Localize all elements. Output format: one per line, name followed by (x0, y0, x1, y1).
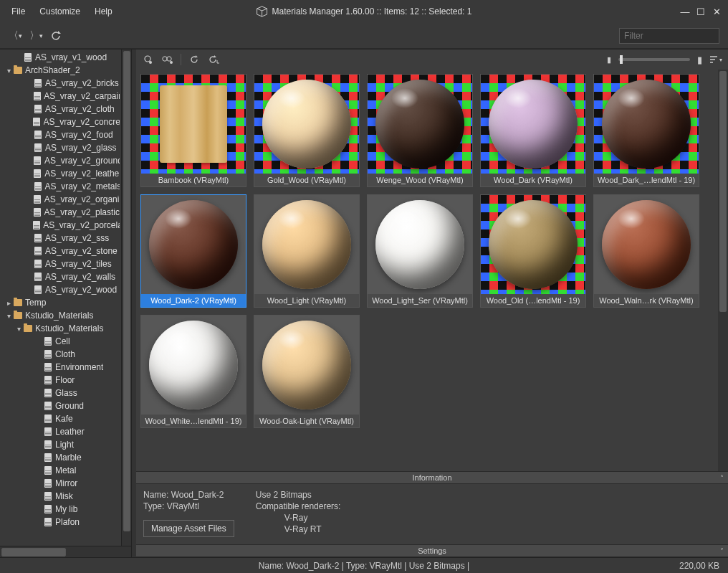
tree-item[interactable]: My lib (0, 503, 121, 516)
close-button[interactable]: ✕ (711, 6, 722, 17)
file-icon (43, 376, 53, 384)
information-panel-header[interactable]: Information ˄ (136, 471, 728, 484)
tree-horizontal-scrollbar[interactable] (0, 546, 131, 557)
tree-item[interactable]: AS_vray_v2_glass (0, 141, 121, 154)
material-thumbnail[interactable]: Gold_Wood (VRayMtl) (254, 74, 360, 187)
slider-plus-icon[interactable]: ▮ (697, 55, 702, 65)
tree-item[interactable]: Ground (0, 399, 121, 412)
slider-minus-icon[interactable]: ▮ (607, 55, 611, 65)
material-thumbnail[interactable]: Wood_Dark_…lendMtl - 19) (593, 74, 699, 187)
grid-vertical-scrollbar[interactable] (718, 70, 728, 471)
back-button[interactable]: 〈▾ (9, 29, 22, 42)
tree-item[interactable]: Metal (0, 464, 121, 477)
tree-item[interactable]: AS_vray_v2_concrete (0, 115, 121, 128)
tree-item[interactable]: AS_vray_v2_leather (0, 167, 121, 180)
tree-item[interactable]: Cell (0, 335, 121, 348)
content-toolbar: ▮ ▮ ▾ (136, 49, 728, 70)
tree-item[interactable]: AS_vray_v2_bricks (0, 77, 121, 90)
material-thumbnail[interactable]: Wood_Light (VRayMtl) (254, 194, 360, 308)
settings-panel-header[interactable]: Settings ˅ (136, 544, 728, 557)
tree-item-label: AS_vray_v2_glass (45, 143, 116, 153)
minimize-button[interactable]: — (679, 6, 691, 17)
filter-input[interactable] (619, 28, 719, 44)
tree-item[interactable]: Marble (0, 451, 121, 464)
sort-button[interactable]: ▾ (709, 55, 722, 64)
tree-item[interactable]: Mirror (0, 477, 121, 490)
tree-item[interactable]: AS_vray_v2_organic (0, 193, 121, 206)
file-icon (32, 195, 42, 204)
material-thumbnail[interactable]: Wood_Dark-2 (VRayMtl) (140, 194, 246, 308)
tree-item[interactable]: AS_vray_v2_cloth (0, 103, 121, 115)
material-thumbnail[interactable]: Wood-Oak-Light (VRayMtl) (254, 315, 360, 428)
recycle-all-icon[interactable] (207, 54, 220, 65)
tree-twist-icon[interactable]: ▾ (4, 312, 13, 320)
file-icon (43, 505, 53, 513)
menu-file[interactable]: File (6, 4, 31, 19)
file-icon (43, 337, 53, 346)
thumbnail-caption: Wood_Dark-2 (VRayMtl) (141, 294, 246, 307)
file-icon (43, 389, 53, 397)
thumbnail-preview (481, 195, 585, 294)
thumbnail-preview (594, 195, 699, 294)
svg-point-7 (167, 57, 171, 61)
material-thumbnail[interactable]: Wood_Dark (VRayMtl) (480, 74, 586, 187)
tree-item-label: AS_vray_v2_wood (45, 285, 117, 295)
tree-item[interactable]: ▾ArchShader_2 (0, 64, 121, 77)
material-thumbnail[interactable]: Bambook (VRayMtl) (140, 74, 246, 187)
tree-twist-icon[interactable]: ▸ (4, 299, 13, 307)
tree-item[interactable]: ▾Kstudio_Materials (0, 322, 121, 335)
tree-item[interactable]: Plafon (0, 516, 121, 529)
thumbnail-preview (254, 316, 359, 415)
file-icon (43, 363, 53, 371)
menu-customize[interactable]: Customize (34, 4, 86, 19)
tree-item[interactable]: AS_vray_v2_plastics (0, 206, 121, 219)
tree-item[interactable]: ▾Kstudio_Materials (0, 309, 121, 322)
assign-single-icon[interactable] (142, 54, 153, 65)
tree-item[interactable]: Glass (0, 387, 121, 399)
forward-button[interactable]: 〉▾ (29, 29, 43, 42)
info-name: Name: Wood_Dark-2 (143, 490, 234, 500)
tree-item[interactable]: Floor (0, 374, 121, 387)
tree-item[interactable]: Misk (0, 490, 121, 503)
material-thumbnail[interactable]: Wenge_Wood (VRayMtl) (367, 74, 473, 187)
maximize-button[interactable]: ☐ (695, 6, 707, 17)
tree-item[interactable]: AS_vray_v2_ground (0, 154, 121, 167)
tree-item[interactable]: AS_vray_v2_walls (0, 270, 121, 283)
assign-multi-icon[interactable] (161, 54, 173, 65)
tree-item[interactable]: AS_vray_v2_stone (0, 245, 121, 257)
tree-item[interactable]: Light (0, 438, 121, 451)
file-icon (43, 518, 53, 526)
tree-item[interactable]: AS_vray_v2_carpaint (0, 90, 121, 103)
file-icon (33, 131, 43, 139)
material-thumbnail[interactable]: Wood_Light_Ser (VRayMtl) (367, 194, 473, 308)
material-thumbnail[interactable]: Wood_White…lendMtl - 19) (140, 315, 246, 428)
refresh-button[interactable] (50, 30, 62, 42)
tree-vertical-scrollbar[interactable] (121, 49, 131, 546)
tree-item[interactable]: AS_vray_v2_tiles (0, 257, 121, 270)
thumbnail-caption: Wood_Dark (VRayMtl) (481, 174, 585, 186)
tree-item[interactable]: AS_vray_v2_food (0, 128, 121, 141)
tree-twist-icon[interactable]: ▾ (14, 325, 23, 333)
nav-toolbar: 〈▾ 〉▾ (0, 23, 728, 49)
tree-item[interactable]: AS_vray_v2_wood (0, 283, 121, 296)
tree-item-label: AS_vray_v2_plastics (44, 207, 120, 217)
tree-item[interactable]: Kafe (0, 412, 121, 425)
tree-item[interactable]: Leather (0, 425, 121, 438)
tree-item[interactable]: Environment (0, 361, 121, 374)
thumbnail-caption: Wood_Light (VRayMtl) (254, 294, 359, 307)
tree-item[interactable]: Cloth (0, 348, 121, 361)
material-thumbnail[interactable]: Wood_Old (…lendMtl - 19) (480, 194, 586, 308)
tree-twist-icon[interactable]: ▾ (4, 67, 13, 75)
tree-item[interactable]: AS_vray_v2_porcelain (0, 219, 121, 232)
tree-item[interactable]: AS_vray_v2_sss (0, 232, 121, 245)
menu-help[interactable]: Help (89, 4, 118, 19)
file-icon (43, 479, 53, 488)
info-compatible-label: Compatible renderers: (256, 501, 341, 511)
material-thumbnail[interactable]: Wood_Waln…rk (VRayMtl) (593, 194, 699, 308)
manage-asset-files-button[interactable]: Manage Asset Files (143, 520, 234, 537)
recycle-icon[interactable] (188, 54, 200, 65)
tree-item[interactable]: AS_vray_v2_metals (0, 180, 121, 193)
tree-item[interactable]: ▸Temp (0, 296, 121, 309)
tree-item[interactable]: AS_vray_v1_wood (0, 51, 121, 64)
thumbnail-size-slider[interactable] (618, 58, 690, 61)
